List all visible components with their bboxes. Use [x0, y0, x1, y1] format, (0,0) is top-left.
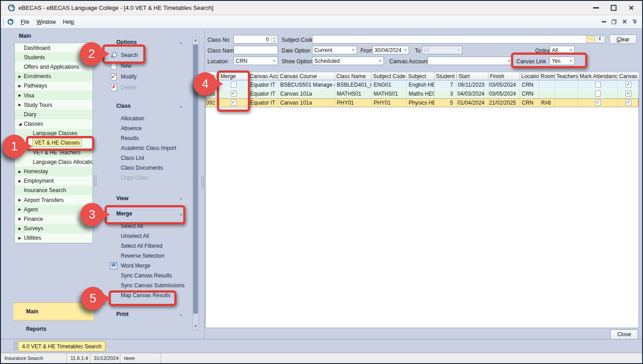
option-sync-canvas-submissions[interactable]: Sync Canvas Submissions [96, 281, 192, 290]
date-option-select[interactable]: Current▼ [312, 46, 357, 54]
tree-item-utilities[interactable]: ▶Utilities [15, 233, 92, 243]
column-header-finish[interactable]: Finish [489, 72, 520, 80]
table-row[interactable]: 292Equator ITBSBCUS501 Manage qualiBSBLE… [206, 80, 639, 89]
column-header-location[interactable]: Location [520, 72, 539, 80]
expand-arrow-icon[interactable]: ▶ [18, 84, 21, 88]
cell-canvas[interactable] [618, 80, 639, 89]
spinner[interactable]: ▲▼ [271, 36, 277, 43]
cell-canvas[interactable] [618, 89, 639, 98]
tree-item-offers-and-applications[interactable]: Offers and Applications [15, 62, 92, 71]
show-option-select[interactable]: Scheduled▼ [312, 57, 384, 65]
menu-file[interactable]: File [17, 17, 33, 27]
tree-item-classes[interactable]: ◢Classes [15, 119, 92, 129]
expand-arrow-icon[interactable]: ▶ [18, 207, 21, 211]
expand-arrow-icon[interactable]: ▶ [18, 179, 21, 183]
collapse-arrow-icon[interactable]: ◢ [18, 122, 22, 126]
column-header-teachers[interactable]: Teachers [555, 72, 578, 80]
tree-item-diary[interactable]: Diary [15, 110, 92, 119]
canvas-checkbox[interactable] [625, 100, 631, 105]
close-icon[interactable]: ✕ [628, 5, 634, 11]
nav-reports-button[interactable]: Reports [26, 326, 46, 332]
minimize-icon[interactable] [593, 7, 599, 9]
option-reverse-selection[interactable]: Reverse Selection [96, 251, 192, 261]
column-header-canvas-course[interactable]: Canvas Course [278, 72, 335, 80]
column-header-mark-attendance[interactable]: Mark Attendance [578, 72, 618, 80]
expand-arrow-icon[interactable]: ▶ [18, 170, 21, 174]
expand-arrow-icon[interactable]: ▶ [18, 198, 21, 202]
subject-code-input[interactable]: ··· X [312, 35, 605, 44]
column-header-subject[interactable]: Subject [407, 72, 435, 80]
tree-item-employment[interactable]: ▶Employment [15, 176, 92, 186]
canvas-account-select[interactable]: ▼ [427, 57, 513, 65]
mdi-close-icon[interactable]: ✕ [622, 19, 627, 24]
option-class-list[interactable]: Class List [96, 153, 192, 163]
section-header-print[interactable]: Print▲ [96, 311, 192, 319]
mdi-minimize-icon[interactable] [602, 21, 606, 22]
scroll-down-icon[interactable]: ▼ [193, 323, 198, 329]
column-header-student-count[interactable]: Student Count [435, 72, 457, 80]
mdi-menu-expand-icon[interactable] [633, 20, 637, 24]
tree-item-surveys[interactable]: ▶Surveys [15, 224, 92, 233]
tree-item-visa[interactable]: ▶Visa [15, 91, 92, 100]
mark-attendance-checkbox[interactable] [595, 91, 601, 96]
option-unselect-all[interactable]: Unselect All [96, 231, 192, 241]
class-no-input[interactable]: 0 ▲▼ [233, 35, 278, 44]
expand-arrow-icon[interactable]: ▶ [18, 75, 21, 79]
tree-item-pathways[interactable]: ▶Pathways [15, 81, 92, 91]
from-date-select[interactable]: 30/04/2024▼ [372, 46, 409, 54]
cell-mark-attendance[interactable] [578, 89, 618, 98]
mdi-restore-icon[interactable] [612, 19, 617, 24]
expand-arrow-icon[interactable]: ▶ [18, 227, 21, 231]
splitter-grip[interactable] [201, 176, 204, 188]
maximize-icon[interactable] [611, 5, 617, 11]
collapse-section-icon[interactable]: ▲ [179, 313, 183, 317]
tab-vet-he-timetables-search[interactable]: 4.0 VET & HE Timetables Search [18, 341, 106, 351]
location-select[interactable]: CRN▼ [233, 57, 278, 65]
canvas-checkbox[interactable] [625, 91, 631, 96]
option-allocation[interactable]: Allocation [96, 114, 192, 123]
option-absence[interactable]: Absence [96, 123, 192, 133]
tabbar-grip[interactable] [13, 341, 17, 351]
clear-button[interactable]: Clear [609, 35, 637, 44]
class-name-input[interactable] [233, 46, 278, 54]
table-row[interactable]: 395Equator ITCanvas 101aMATHS01MATHS01Ma… [206, 89, 639, 98]
close-button[interactable]: Close [610, 329, 638, 339]
canvas-checkbox[interactable] [625, 82, 631, 88]
option-results[interactable]: Results [96, 133, 192, 143]
clear-x-button[interactable]: X [596, 36, 603, 43]
menu-window[interactable]: Window [33, 17, 59, 27]
option-select-all-filtered[interactable]: Select All Filtered [96, 241, 192, 251]
option-sync-canvas-results[interactable]: Sync Canvas Results [96, 271, 192, 281]
expand-arrow-icon[interactable]: ▶ [18, 217, 21, 221]
scroll-up-icon[interactable]: ▲ [193, 37, 198, 44]
option-word-merge[interactable]: Word Merge [96, 261, 192, 271]
tree-item-enrolments[interactable]: ▶Enrolments [15, 72, 92, 81]
mark-attendance-checkbox[interactable] [595, 82, 601, 88]
column-header-subject-code[interactable]: Subject Code▲ [372, 72, 407, 80]
tree-item-insurance-search[interactable]: Insurance Search [15, 186, 92, 195]
expand-arrow-icon[interactable]: ▶ [18, 103, 21, 107]
expand-arrow-icon[interactable]: ▶ [18, 93, 21, 97]
collapse-section-icon[interactable]: ▲ [179, 41, 183, 45]
collapse-section-icon[interactable]: ▲ [179, 105, 183, 109]
tree-item-airport-transfers[interactable]: ▶Airport Transfers [15, 195, 92, 205]
section-header-class[interactable]: Class▲ [96, 103, 192, 111]
column-header-rooms[interactable]: Rooms [539, 72, 555, 80]
tree-item-homestay[interactable]: ▶Homestay [15, 167, 92, 176]
tree-item-language-class-allocation[interactable]: Language Class Allocation [15, 157, 92, 167]
tree-item-study-tours[interactable]: ▶Study Tours [15, 100, 92, 110]
cell-canvas[interactable] [618, 98, 639, 107]
cell-mark-attendance[interactable] [578, 98, 618, 107]
menubar-grip[interactable] [3, 18, 5, 26]
column-header-canvas-account[interactable]: Canvas Account [248, 72, 278, 80]
mark-attendance-checkbox[interactable] [595, 100, 601, 105]
column-header-start[interactable]: Start [457, 72, 489, 80]
nav-main-button[interactable]: Main [13, 303, 93, 320]
cell-mark-attendance[interactable] [578, 80, 618, 89]
table-row[interactable]: 392Equator ITCanvas 101aPHY01PHY01Physic… [206, 98, 639, 107]
ellipsis-button[interactable]: ··· [586, 36, 595, 43]
option-class-documents[interactable]: Class Documents [96, 163, 192, 173]
menu-help[interactable]: Help [59, 17, 78, 27]
option-modify[interactable]: Modify [96, 71, 192, 82]
option-academic-class-import[interactable]: Academic Class Import [96, 143, 192, 153]
